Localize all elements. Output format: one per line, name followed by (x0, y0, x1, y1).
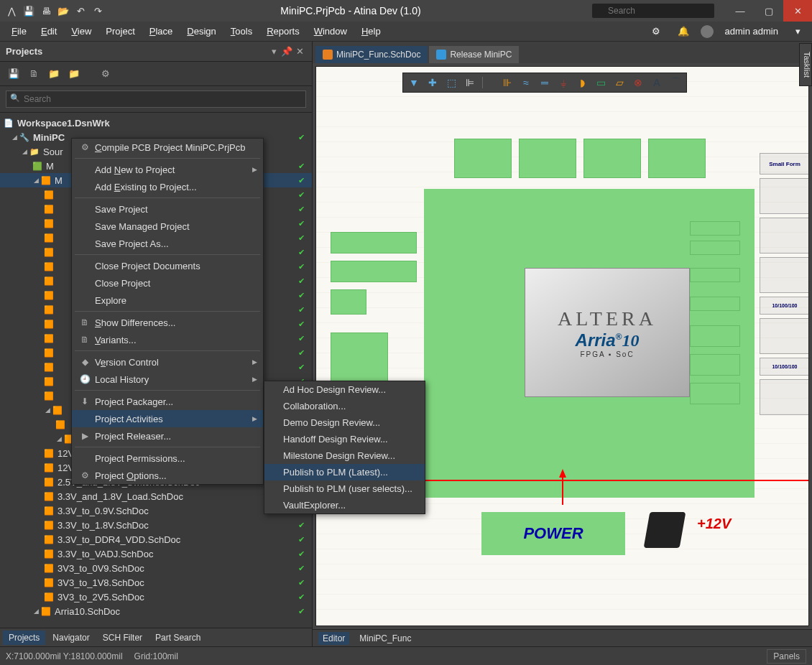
submenu-item[interactable]: Demo Design Review... (264, 414, 425, 431)
global-search-input[interactable] (592, 4, 714, 18)
ctx-item[interactable]: 🕘Local History▶ (72, 371, 263, 388)
ctx-item[interactable]: 🗎Show Differences... (72, 314, 263, 331)
open-icon[interactable]: 📂 (56, 4, 70, 18)
panel-dropdown-icon[interactable]: ▾ (267, 46, 280, 57)
menu-help[interactable]: Help (356, 24, 387, 39)
tb-gear-icon[interactable]: ⚙ (98, 66, 114, 82)
menu-window[interactable]: Window (308, 24, 353, 39)
user-label[interactable]: admin admin (719, 24, 784, 39)
ctx-item[interactable]: Add New to Project▶ (72, 161, 263, 178)
side-comp (760, 257, 809, 293)
avatar[interactable] (701, 25, 714, 38)
redo-icon[interactable]: ↷ (91, 4, 105, 18)
file-item[interactable]: 3.3V_to_1.8V.SchDoc (55, 520, 149, 531)
file-item[interactable]: 3.3V_to_DDR4_VDD.SchDoc (55, 534, 180, 545)
port-icon[interactable]: ◗ (576, 76, 589, 89)
gear-icon[interactable]: ⚙ (646, 24, 666, 39)
tab-partsearch[interactable]: Part Search (149, 631, 206, 645)
tab-navigator[interactable]: Navigator (47, 631, 95, 645)
file-item[interactable]: 3.3V_to_0.9V.SchDoc (55, 506, 149, 516)
submenu-item[interactable]: Publish to PLM (Latest)... (264, 464, 425, 480)
tb-save-icon[interactable]: 💾 (6, 66, 22, 82)
save-icon[interactable]: 💾 (22, 4, 36, 18)
menu-file[interactable]: File (6, 24, 32, 39)
menu-tools[interactable]: Tools (225, 24, 258, 39)
file-item[interactable]: 3.3V_to_VADJ.SchDoc (55, 549, 153, 559)
menu-project[interactable]: Project (100, 24, 140, 39)
ctx-item[interactable]: ⬇Project Packager... (72, 393, 263, 410)
menu-edit[interactable]: Edit (35, 24, 63, 39)
ctx-item[interactable]: ⚙Compile PCB Project MiniPC.PrjPcb (72, 139, 263, 156)
menu-place[interactable]: Place (144, 24, 179, 39)
sheet-tab[interactable]: MiniPC_Func (355, 632, 415, 645)
ctx-item[interactable]: Project Activities▶ (72, 410, 263, 427)
project-node[interactable]: MiniPC (30, 132, 65, 143)
wire-icon[interactable]: ≈ (520, 76, 532, 89)
file-item[interactable]: 3V3_to_1V8.SchDoc (55, 577, 144, 588)
select-icon[interactable]: ⬚ (445, 76, 458, 89)
align-icon[interactable]: ⊫ (463, 76, 476, 89)
ctx-item[interactable]: ▶Project Releaser... (72, 427, 263, 445)
arc-icon[interactable]: ⌒ (669, 76, 682, 89)
menu-reports[interactable]: Reports (261, 24, 305, 39)
filter-icon[interactable]: ▼ (407, 76, 420, 89)
bus-icon[interactable]: ═ (538, 76, 551, 89)
tree-item-selected[interactable]: M (52, 175, 63, 186)
ctx-item[interactable]: Explore (72, 292, 263, 309)
projects-search-input[interactable] (6, 90, 306, 108)
tasklist-tab[interactable]: Tasklist (799, 43, 812, 86)
maximize-button[interactable]: ▢ (755, 0, 783, 22)
tb-folder2-icon[interactable]: 📁 (66, 66, 82, 82)
ctx-item[interactable]: Save Managed Project (72, 218, 263, 235)
submenu-item[interactable]: Ad Hoc Design Review... (264, 381, 425, 398)
tab-projects[interactable]: Projects (3, 631, 45, 645)
ctx-item[interactable]: Add Existing to Project... (72, 178, 263, 195)
close-button[interactable]: ✕ (783, 0, 812, 22)
app-icon: ⋀ (4, 4, 19, 18)
file-item[interactable]: 3.3V_and_1.8V_Load.SchDoc (55, 491, 183, 502)
tab-schfilter[interactable]: SCH Filter (97, 631, 148, 645)
ctx-item[interactable]: ⚙Project Options... (72, 467, 263, 484)
menu-design[interactable]: Design (181, 24, 221, 39)
doc-tab[interactable]: Release MiniPC (429, 46, 519, 63)
tb-folder1-icon[interactable]: 📁 (46, 66, 62, 82)
panel-close-icon[interactable]: ✕ (293, 46, 306, 57)
file-item[interactable]: 3V3_to_2V5.SchDoc (55, 592, 144, 603)
file-item[interactable]: 3V3_to_0V9.SchDoc (55, 563, 144, 574)
minimize-button[interactable]: ― (726, 0, 755, 22)
panels-button[interactable]: Panels (767, 649, 806, 664)
part-icon[interactable]: ⊪ (501, 76, 514, 89)
crosshair-icon[interactable]: ✚ (426, 76, 439, 89)
tb-doc-icon[interactable]: 🗎 (26, 66, 42, 82)
text-icon[interactable]: A (650, 76, 663, 89)
editor-tab[interactable]: Editor (318, 632, 349, 645)
user-chevron-icon[interactable]: ▾ (790, 24, 806, 39)
submenu-item[interactable]: Publish to PLM (user selects)... (264, 480, 425, 497)
ctx-item[interactable]: Close Project (72, 274, 263, 292)
workspace-node[interactable]: Workspace1.DsnWrk (14, 118, 110, 129)
panel-pin-icon[interactable]: 📌 (280, 46, 293, 57)
ctx-item[interactable]: 🗎Variants... (72, 331, 263, 348)
source-folder[interactable]: Sour (40, 147, 63, 157)
gnd-icon[interactable]: ⏚ (557, 76, 570, 89)
ctx-item[interactable]: Save Project (72, 200, 263, 218)
submenu-item[interactable]: Collaboration... (264, 398, 425, 414)
submenu-item[interactable]: VaultExplorer... (264, 497, 425, 513)
noerc-icon[interactable]: ⊗ (632, 76, 645, 89)
undo-icon[interactable]: ↶ (73, 4, 88, 18)
ctx-item[interactable]: Save Project As... (72, 235, 263, 252)
sheet-icon[interactable]: ▭ (594, 76, 607, 89)
bell-icon[interactable]: 🔔 (672, 24, 695, 39)
tree-item[interactable]: M (43, 161, 54, 172)
schematic-canvas[interactable]: ▼ ✚ ⬚ ⊫ ⊪ ≈ ═ ⏚ ◗ ▭ ▱ ⊗ A ⌒ (315, 66, 809, 626)
submenu-item[interactable]: Milestone Design Review... (264, 447, 425, 464)
label-icon[interactable]: ▱ (613, 76, 626, 89)
file-item[interactable]: Arria10.SchDoc (52, 606, 120, 617)
save-all-icon[interactable]: 🖶 (39, 4, 53, 18)
menu-view[interactable]: View (65, 24, 97, 39)
ctx-item[interactable]: Project Permissions... (72, 450, 263, 467)
ctx-item[interactable]: Close Project Documents (72, 257, 263, 274)
submenu-item[interactable]: Handoff Design Review... (264, 431, 425, 447)
ctx-item[interactable]: ◆Version Control▶ (72, 353, 263, 371)
doc-tab-active[interactable]: MiniPC_Func.SchDoc (315, 46, 428, 63)
